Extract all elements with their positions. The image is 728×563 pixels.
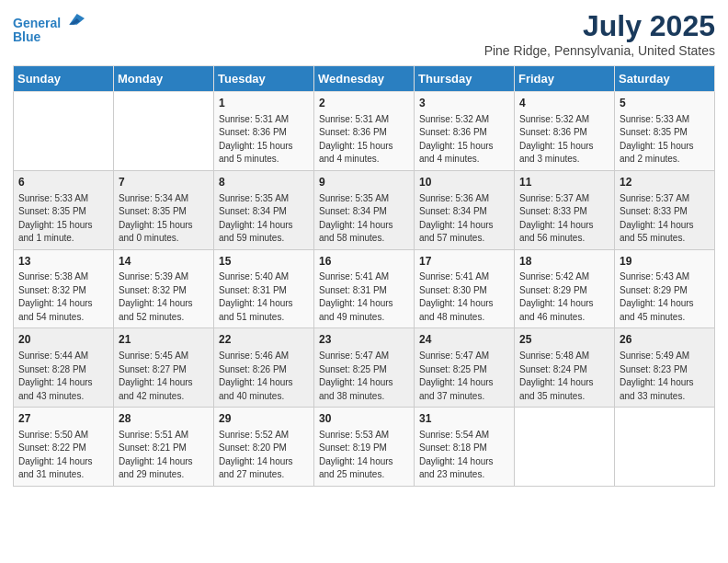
day-number: 22 (219, 332, 309, 348)
header: General Blue July 2025 Pine Ridge, Penns… (13, 9, 715, 58)
day-number: 28 (119, 411, 209, 427)
day-number: 24 (419, 332, 509, 348)
calendar-cell: 26Sunrise: 5:49 AM Sunset: 8:23 PM Dayli… (615, 328, 715, 408)
col-sunday: Sunday (14, 66, 114, 92)
day-number: 30 (319, 411, 409, 427)
day-info: Sunrise: 5:33 AM Sunset: 8:35 PM Dayligh… (620, 113, 710, 167)
logo-line1: General (13, 16, 61, 30)
logo: General Blue (13, 9, 85, 45)
day-info: Sunrise: 5:53 AM Sunset: 8:19 PM Dayligh… (319, 429, 409, 482)
day-info: Sunrise: 5:46 AM Sunset: 8:26 PM Dayligh… (219, 350, 309, 403)
col-friday: Friday (515, 66, 615, 92)
day-info: Sunrise: 5:37 AM Sunset: 8:33 PM Dayligh… (620, 192, 710, 246)
day-info: Sunrise: 5:38 AM Sunset: 8:32 PM Dayligh… (18, 270, 108, 324)
day-number: 17 (419, 254, 509, 270)
calendar-week-5: 27Sunrise: 5:50 AM Sunset: 8:22 PM Dayli… (14, 408, 715, 487)
main-title: July 2025 (484, 9, 715, 43)
calendar-header-row: Sunday Monday Tuesday Wednesday Thursday… (14, 66, 715, 92)
calendar-week-4: 20Sunrise: 5:44 AM Sunset: 8:28 PM Dayli… (14, 328, 715, 408)
calendar-cell: 12Sunrise: 5:37 AM Sunset: 8:33 PM Dayli… (615, 170, 715, 249)
calendar-cell (615, 408, 715, 487)
calendar-cell: 11Sunrise: 5:37 AM Sunset: 8:33 PM Dayli… (515, 170, 615, 249)
title-block: July 2025 Pine Ridge, Pennsylvania, Unit… (484, 9, 715, 58)
day-info: Sunrise: 5:32 AM Sunset: 8:36 PM Dayligh… (419, 113, 509, 167)
day-info: Sunrise: 5:52 AM Sunset: 8:20 PM Dayligh… (219, 429, 309, 482)
day-info: Sunrise: 5:43 AM Sunset: 8:29 PM Dayligh… (620, 270, 710, 324)
calendar-cell: 18Sunrise: 5:42 AM Sunset: 8:29 PM Dayli… (515, 249, 615, 328)
page: General Blue July 2025 Pine Ridge, Penns… (0, 0, 728, 563)
day-number: 27 (18, 411, 108, 427)
calendar-cell: 9Sunrise: 5:35 AM Sunset: 8:34 PM Daylig… (314, 170, 415, 249)
logo-text: General (13, 9, 85, 30)
day-info: Sunrise: 5:35 AM Sunset: 8:34 PM Dayligh… (219, 192, 309, 246)
day-info: Sunrise: 5:45 AM Sunset: 8:27 PM Dayligh… (119, 350, 209, 403)
day-number: 8 (219, 175, 309, 190)
day-info: Sunrise: 5:32 AM Sunset: 8:36 PM Dayligh… (519, 113, 609, 167)
calendar-cell: 23Sunrise: 5:47 AM Sunset: 8:25 PM Dayli… (314, 328, 415, 408)
calendar-cell (14, 92, 114, 171)
day-number: 5 (620, 96, 710, 111)
calendar-cell: 21Sunrise: 5:45 AM Sunset: 8:27 PM Dayli… (114, 328, 214, 408)
calendar-week-3: 13Sunrise: 5:38 AM Sunset: 8:32 PM Dayli… (14, 249, 715, 328)
day-info: Sunrise: 5:31 AM Sunset: 8:36 PM Dayligh… (319, 113, 409, 167)
col-wednesday: Wednesday (314, 66, 415, 92)
calendar-table: Sunday Monday Tuesday Wednesday Thursday… (13, 65, 715, 487)
calendar-cell: 5Sunrise: 5:33 AM Sunset: 8:35 PM Daylig… (615, 92, 715, 171)
calendar-cell: 13Sunrise: 5:38 AM Sunset: 8:32 PM Dayli… (14, 249, 114, 328)
day-number: 2 (319, 96, 409, 111)
calendar-cell: 25Sunrise: 5:48 AM Sunset: 8:24 PM Dayli… (515, 328, 615, 408)
day-info: Sunrise: 5:47 AM Sunset: 8:25 PM Dayligh… (319, 350, 409, 403)
calendar-cell: 10Sunrise: 5:36 AM Sunset: 8:34 PM Dayli… (415, 170, 515, 249)
day-info: Sunrise: 5:50 AM Sunset: 8:22 PM Dayligh… (18, 429, 108, 482)
col-monday: Monday (114, 66, 214, 92)
calendar-week-2: 6Sunrise: 5:33 AM Sunset: 8:35 PM Daylig… (14, 170, 715, 249)
calendar-cell: 15Sunrise: 5:40 AM Sunset: 8:31 PM Dayli… (214, 249, 314, 328)
calendar-cell: 6Sunrise: 5:33 AM Sunset: 8:35 PM Daylig… (14, 170, 114, 249)
day-number: 18 (519, 254, 609, 270)
day-number: 26 (620, 332, 710, 348)
day-info: Sunrise: 5:49 AM Sunset: 8:23 PM Dayligh… (620, 350, 710, 403)
calendar-cell: 22Sunrise: 5:46 AM Sunset: 8:26 PM Dayli… (214, 328, 314, 408)
calendar-cell: 30Sunrise: 5:53 AM Sunset: 8:19 PM Dayli… (314, 408, 415, 487)
calendar-cell: 16Sunrise: 5:41 AM Sunset: 8:31 PM Dayli… (314, 249, 415, 328)
day-number: 20 (18, 332, 108, 348)
calendar-cell: 24Sunrise: 5:47 AM Sunset: 8:25 PM Dayli… (415, 328, 515, 408)
calendar-cell: 8Sunrise: 5:35 AM Sunset: 8:34 PM Daylig… (214, 170, 314, 249)
calendar-cell: 1Sunrise: 5:31 AM Sunset: 8:36 PM Daylig… (214, 92, 314, 171)
day-info: Sunrise: 5:40 AM Sunset: 8:31 PM Dayligh… (219, 270, 309, 324)
day-number: 12 (620, 175, 710, 190)
calendar-cell: 20Sunrise: 5:44 AM Sunset: 8:28 PM Dayli… (14, 328, 114, 408)
day-number: 23 (319, 332, 409, 348)
day-info: Sunrise: 5:47 AM Sunset: 8:25 PM Dayligh… (419, 350, 509, 403)
day-number: 25 (519, 332, 609, 348)
day-info: Sunrise: 5:48 AM Sunset: 8:24 PM Dayligh… (519, 350, 609, 403)
col-tuesday: Tuesday (214, 66, 314, 92)
col-saturday: Saturday (615, 66, 715, 92)
day-info: Sunrise: 5:35 AM Sunset: 8:34 PM Dayligh… (319, 192, 409, 246)
day-info: Sunrise: 5:54 AM Sunset: 8:18 PM Dayligh… (419, 429, 509, 482)
day-number: 1 (219, 96, 309, 111)
day-info: Sunrise: 5:36 AM Sunset: 8:34 PM Dayligh… (419, 192, 509, 246)
day-number: 10 (419, 175, 509, 190)
calendar-cell: 17Sunrise: 5:41 AM Sunset: 8:30 PM Dayli… (415, 249, 515, 328)
day-info: Sunrise: 5:37 AM Sunset: 8:33 PM Dayligh… (519, 192, 609, 246)
day-number: 14 (119, 254, 209, 270)
calendar-cell: 2Sunrise: 5:31 AM Sunset: 8:36 PM Daylig… (314, 92, 415, 171)
day-info: Sunrise: 5:31 AM Sunset: 8:36 PM Dayligh… (219, 113, 309, 167)
day-number: 16 (319, 254, 409, 270)
day-info: Sunrise: 5:39 AM Sunset: 8:32 PM Dayligh… (119, 270, 209, 324)
day-number: 6 (18, 175, 108, 190)
logo-icon (66, 9, 85, 28)
day-number: 21 (119, 332, 209, 348)
day-info: Sunrise: 5:42 AM Sunset: 8:29 PM Dayligh… (519, 270, 609, 324)
calendar-cell: 14Sunrise: 5:39 AM Sunset: 8:32 PM Dayli… (114, 249, 214, 328)
day-number: 11 (519, 175, 609, 190)
calendar-cell: 29Sunrise: 5:52 AM Sunset: 8:20 PM Dayli… (214, 408, 314, 487)
day-number: 15 (219, 254, 309, 270)
col-thursday: Thursday (415, 66, 515, 92)
calendar-cell (114, 92, 214, 171)
day-number: 7 (119, 175, 209, 190)
day-number: 13 (18, 254, 108, 270)
calendar-cell: 27Sunrise: 5:50 AM Sunset: 8:22 PM Dayli… (14, 408, 114, 487)
day-number: 31 (419, 411, 509, 427)
